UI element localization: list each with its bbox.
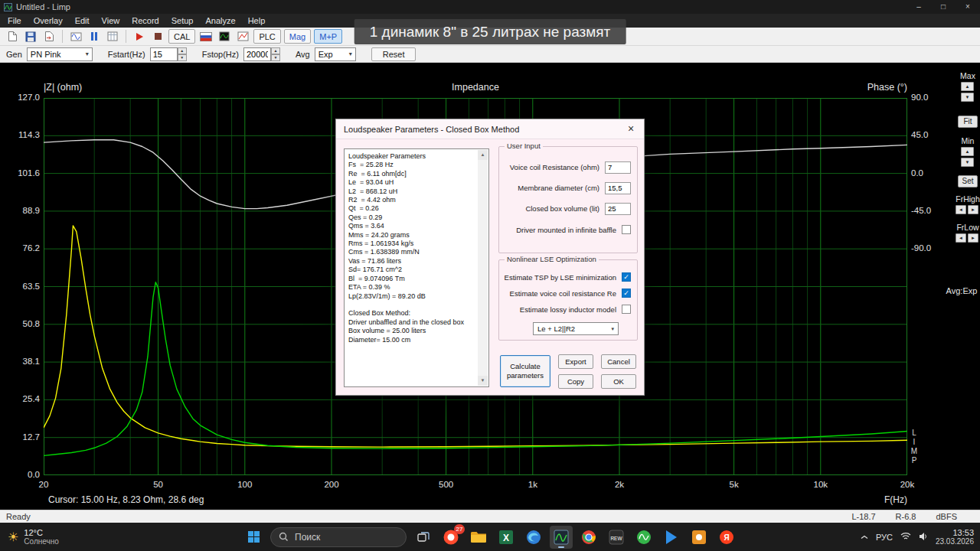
estimate-tsp-checkbox[interactable]: ✓ — [622, 272, 631, 282]
avg-select[interactable]: Exp▾ — [315, 47, 356, 61]
export-icon[interactable] — [41, 29, 57, 44]
inductor-model-select[interactable]: Le + L2||R2 ▾ — [533, 322, 619, 335]
x-tick-label: 20k — [900, 480, 915, 489]
fr-icon[interactable] — [235, 29, 250, 44]
closed-box-volume-field[interactable] — [605, 203, 631, 215]
weather-widget[interactable]: ☀ 12°C Солнечно — [8, 528, 59, 546]
frlow-right-button[interactable]: ► — [968, 233, 978, 243]
cal-button[interactable]: CAL — [168, 29, 195, 44]
export-button[interactable]: Export — [558, 354, 593, 369]
language-indicator[interactable]: РУС — [876, 533, 893, 542]
report-line: Bl = 9.074096 Tm — [348, 275, 476, 283]
spin-up-icon[interactable]: ▲ — [178, 47, 187, 54]
baffle-label: Driver mounted in infinite baffle — [516, 226, 616, 234]
menu-help[interactable]: Help — [242, 14, 272, 28]
ru-flag-icon[interactable] — [198, 29, 214, 44]
membrane-diameter-field[interactable] — [605, 182, 631, 194]
tools-icon[interactable] — [688, 526, 710, 549]
fstart-stepper[interactable]: ▲▼ — [150, 47, 187, 61]
frhigh-left-button[interactable]: ◄ — [956, 205, 966, 214]
spin-down-icon[interactable]: ▼ — [178, 54, 187, 61]
min-up-button[interactable]: ▲ — [961, 147, 974, 156]
minimize-button[interactable]: – — [906, 0, 931, 14]
x-tick-label: 20 — [39, 480, 49, 489]
rew-icon[interactable]: REW — [605, 526, 628, 549]
report-line: Vas = 71.86 liters — [348, 257, 476, 266]
scroll-up-icon[interactable]: ▲ — [478, 150, 488, 160]
stop-icon[interactable] — [150, 29, 165, 44]
menu-file[interactable]: File — [2, 14, 28, 28]
set-button[interactable]: Set — [958, 175, 978, 187]
task-view-icon[interactable] — [412, 526, 435, 549]
fstop-input[interactable] — [243, 47, 271, 61]
cancel-button[interactable]: Cancel — [601, 354, 636, 369]
estimate-re-checkbox-row: Estimate voice coil resistance Re✓ — [504, 287, 631, 299]
app-icon[interactable] — [4, 3, 12, 11]
max-down-button[interactable]: ▼ — [961, 93, 974, 102]
estimate-lossy-inductor-checkbox[interactable] — [622, 305, 631, 314]
search-input[interactable]: Поиск — [270, 527, 407, 547]
save-icon[interactable] — [23, 29, 38, 44]
menu-record[interactable]: Record — [126, 14, 165, 28]
reset-button[interactable]: Reset — [371, 47, 416, 61]
frhigh-right-button[interactable]: ► — [968, 205, 978, 214]
scope-icon[interactable] — [217, 29, 232, 44]
clock[interactable]: 13:53 23.03.2026 — [936, 528, 974, 546]
yandex-music-icon[interactable]: Я — [715, 526, 738, 549]
voice-coil-resistance-field[interactable] — [605, 161, 631, 174]
copy-button[interactable]: Copy — [558, 374, 593, 389]
taskbar: ☀ 12°C Солнечно Поиск 27XREWЯ РУС 13:53 … — [0, 523, 980, 551]
menu-setup[interactable]: Setup — [165, 14, 200, 28]
arta-icon[interactable] — [632, 526, 655, 549]
generator-icon[interactable] — [68, 29, 83, 44]
chrome-icon[interactable] — [577, 526, 600, 549]
fit-button[interactable]: Fit — [958, 116, 978, 128]
spin-down-icon[interactable]: ▼ — [271, 54, 280, 61]
parameters-report[interactable]: ▲ ▼ Loudspeaker ParametersFs = 25.28 HzR… — [344, 148, 489, 387]
spin-up-icon[interactable]: ▲ — [271, 47, 280, 54]
menu-overlay[interactable]: Overlay — [28, 14, 69, 28]
voice-coil-resistance-field-label: Voice coil Resistance (ohm) — [510, 163, 599, 171]
avg-label: Avg — [296, 50, 310, 59]
hidden-icons-chevron[interactable] — [861, 533, 868, 542]
start-button[interactable] — [242, 526, 265, 549]
fstop-stepper[interactable]: ▲▼ — [243, 47, 280, 61]
plc-button[interactable]: PLC — [253, 29, 280, 44]
limp-watermark: LIMP — [909, 429, 920, 465]
max-up-button[interactable]: ▲ — [961, 82, 974, 91]
wifi-icon[interactable] — [900, 532, 911, 543]
pause-icon[interactable] — [87, 29, 102, 44]
player-icon[interactable] — [660, 526, 683, 549]
browser-icon[interactable]: 27 — [439, 526, 462, 549]
menu-view[interactable]: View — [96, 14, 126, 28]
table-icon[interactable] — [105, 29, 120, 44]
record-icon[interactable] — [132, 29, 147, 44]
min-down-button[interactable]: ▼ — [961, 158, 974, 167]
menu-analyze[interactable]: Analyze — [199, 14, 241, 28]
ok-button[interactable]: OK — [601, 374, 636, 389]
dialog-title-bar[interactable]: Loudspeaker Parameters - Closed Box Meth… — [336, 119, 644, 139]
mp-button[interactable]: M+P — [314, 29, 342, 44]
excel-icon[interactable]: X — [495, 526, 518, 549]
report-line: Fs = 25.28 Hz — [348, 161, 476, 169]
infinite-baffle-checkbox[interactable] — [622, 225, 631, 234]
scroll-down-icon[interactable]: ▼ — [478, 376, 488, 386]
dialog-close-icon[interactable]: × — [622, 122, 639, 136]
report-line: ETA = 0.39 % — [348, 283, 476, 292]
calculate-parameters-button[interactable]: Calculate parameters — [500, 355, 550, 387]
frlow-left-button[interactable]: ◄ — [956, 233, 966, 243]
volume-icon[interactable] — [919, 532, 928, 543]
estimate-re-checkbox[interactable]: ✓ — [622, 289, 631, 298]
mag-button[interactable]: Mag — [284, 29, 311, 44]
report-scrollbar[interactable]: ▲ ▼ — [478, 150, 488, 386]
explorer-icon[interactable] — [467, 526, 490, 549]
generator-type-select[interactable]: PN Pink▾ — [27, 47, 93, 61]
limp-taskbar-icon[interactable] — [550, 526, 573, 549]
edge-icon[interactable] — [522, 526, 545, 549]
fstart-input[interactable] — [150, 47, 178, 61]
inductor-model-value: Le + L2||R2 — [537, 324, 575, 333]
close-button[interactable]: × — [956, 0, 980, 14]
menu-edit[interactable]: Edit — [69, 14, 96, 28]
maximize-button[interactable]: □ — [931, 0, 956, 14]
new-file-icon[interactable] — [5, 29, 20, 44]
